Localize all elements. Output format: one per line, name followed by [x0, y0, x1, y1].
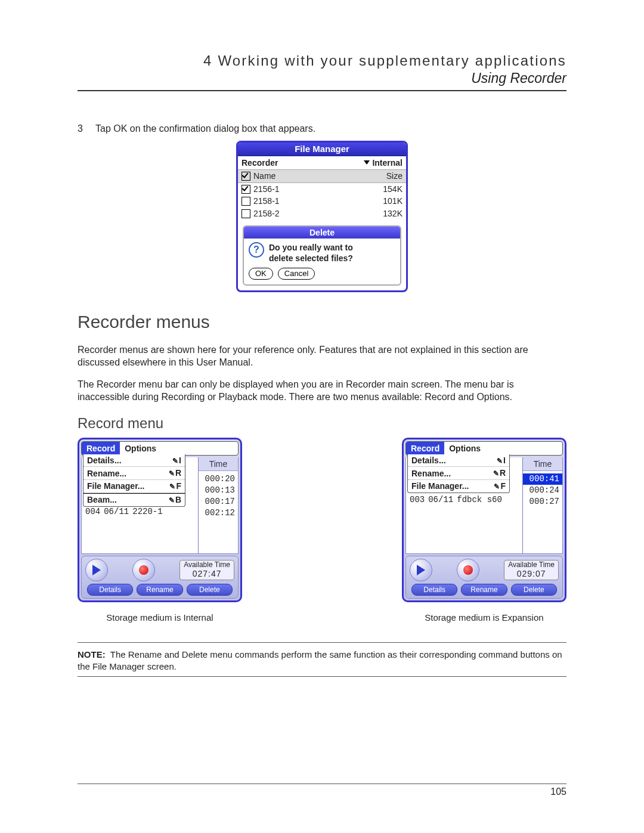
dialog-text-2: delete selected files?: [269, 253, 353, 264]
record-menu-dropdown: Details... I Rename... R File Manager...…: [83, 454, 185, 507]
menu-shortcut: F: [494, 481, 506, 492]
chapter-subtitle: Using Recorder: [78, 70, 566, 86]
page-footer: 105: [78, 784, 566, 797]
menu-bar: Record Options: [81, 441, 239, 456]
screenshot-file-manager: File Manager Recorder Internal Name Size…: [236, 141, 408, 292]
fm-titlebar: File Manager: [238, 143, 406, 156]
menu-options[interactable]: Options: [120, 442, 161, 455]
menu-record[interactable]: Record: [406, 442, 444, 455]
menu-item-file-manager[interactable]: File Manager... F: [83, 480, 185, 493]
delete-dialog: Delete ? Do you really want to delete se…: [243, 225, 401, 286]
step-text: Tap OK on the confirmation dialog box th…: [95, 122, 315, 135]
ok-button[interactable]: OK: [249, 268, 273, 280]
record-icon: [139, 565, 148, 575]
fm-file-size: 154K: [343, 182, 406, 195]
menu-item-details[interactable]: Details... I: [83, 454, 185, 467]
row-checkbox[interactable]: [242, 209, 250, 218]
cancel-button[interactable]: Cancel: [278, 268, 315, 280]
rec-date: 06/11: [104, 506, 129, 518]
available-time: Available Time 027:47: [179, 560, 234, 580]
menu-item-label: Rename...: [87, 468, 126, 479]
time-value: 000:13: [199, 485, 238, 496]
fm-row[interactable]: 2156-1 154K: [238, 182, 406, 195]
subsection-heading: Record menu: [78, 414, 566, 433]
time-value: 000:17: [199, 496, 238, 507]
step-number: 3: [78, 122, 86, 135]
menu-item-label: File Manager...: [411, 481, 469, 491]
dropdown-icon: [364, 160, 370, 165]
available-value: 027:47: [184, 569, 230, 578]
time-column: Time 000:20 000:13 000:17 002:12: [198, 457, 238, 553]
fm-storage-select[interactable]: Internal: [364, 157, 402, 168]
fm-file-size: 132K: [343, 208, 406, 219]
fm-app-label: Recorder: [242, 157, 278, 168]
rename-button[interactable]: Rename: [461, 584, 507, 596]
time-value: 000:20: [199, 473, 238, 485]
row-checkbox[interactable]: [242, 197, 250, 206]
list-item[interactable]: 003 06/11 fdbck s60: [406, 494, 522, 506]
menu-shortcut: R: [493, 467, 506, 479]
note-block: NOTE: The Rename and Delete menu command…: [78, 643, 566, 673]
time-value: 000:24: [523, 485, 562, 496]
record-button[interactable]: [457, 559, 479, 581]
fm-row[interactable]: 2158-1 101K: [238, 195, 406, 207]
available-label: Available Time: [184, 561, 230, 569]
control-bar: Available Time 029:07 Details Rename Del…: [405, 556, 563, 599]
row-checkbox[interactable]: [242, 185, 250, 194]
list-item[interactable]: 004 06/11 2220-1: [82, 506, 198, 518]
time-value-selected: 000:41: [523, 473, 562, 485]
fm-col-name[interactable]: Name: [238, 170, 343, 182]
section-heading: Recorder menus: [78, 310, 566, 334]
play-button[interactable]: [85, 559, 108, 581]
details-button[interactable]: Details: [87, 584, 133, 596]
rec-name: fdbck s60: [457, 494, 502, 506]
rename-button[interactable]: Rename: [137, 584, 182, 596]
menu-item-details[interactable]: Details... I: [408, 454, 509, 467]
question-icon: ?: [249, 242, 264, 258]
menu-item-file-manager[interactable]: File Manager... F: [408, 480, 509, 493]
time-header: Time: [523, 457, 562, 471]
record-icon: [463, 565, 473, 575]
menu-item-rename[interactable]: Rename... R: [408, 467, 509, 480]
menu-bar: Record Options: [405, 441, 563, 456]
menu-record[interactable]: Record: [82, 442, 120, 455]
menu-shortcut: B: [169, 494, 181, 506]
rec-index: 003: [410, 494, 425, 506]
footer-rule: [78, 784, 566, 784]
fm-storage-value: Internal: [372, 158, 402, 168]
delete-button[interactable]: Delete: [511, 584, 557, 596]
menu-options[interactable]: Options: [444, 442, 485, 455]
menu-item-rename[interactable]: Rename... R: [83, 467, 185, 480]
note-label: NOTE:: [78, 649, 106, 659]
time-value: 000:27: [523, 496, 562, 507]
details-button[interactable]: Details: [411, 584, 457, 596]
menu-shortcut: I: [497, 455, 506, 466]
page-number: 105: [78, 786, 566, 797]
caption-internal: Storage medium is Internal: [78, 612, 242, 624]
rec-name: 2220-1: [132, 506, 162, 518]
play-button[interactable]: [410, 559, 432, 581]
fm-col-size[interactable]: Size: [343, 170, 406, 182]
menu-item-label: Details...: [87, 455, 122, 466]
rec-index: 004: [85, 506, 100, 518]
step-3: 3 Tap OK on the confirmation dialog box …: [78, 122, 566, 135]
menu-shortcut: R: [169, 467, 181, 479]
time-column: Time 000:41 000:24 000:27: [522, 457, 562, 553]
section-para-1: Recorder menus are shown here for your r…: [78, 343, 566, 368]
record-button[interactable]: [132, 559, 155, 581]
select-all-checkbox[interactable]: [242, 172, 250, 181]
play-icon: [417, 565, 425, 575]
time-value: 002:12: [199, 507, 238, 519]
delete-button[interactable]: Delete: [187, 584, 233, 596]
rec-date: 06/11: [428, 494, 453, 506]
menu-item-label: Details...: [411, 455, 446, 466]
fm-file-table: Name Size 2156-1 154K 2158-1 101K 2158-2…: [238, 170, 406, 219]
menu-item-beam[interactable]: Beam... B: [83, 493, 185, 506]
menu-item-label: File Manager...: [87, 481, 144, 491]
dialog-title: Delete: [244, 227, 400, 239]
page-header: 4 Working with your supplementary applic…: [78, 52, 566, 91]
section-para-2: The Recorder menu bar can only be displa…: [78, 378, 566, 403]
fm-row[interactable]: 2158-2 132K: [238, 208, 406, 219]
chapter-title: 4 Working with your supplementary applic…: [78, 52, 566, 69]
screenshot-record-menu-internal: Record Options Details... I Rename...: [78, 438, 242, 602]
